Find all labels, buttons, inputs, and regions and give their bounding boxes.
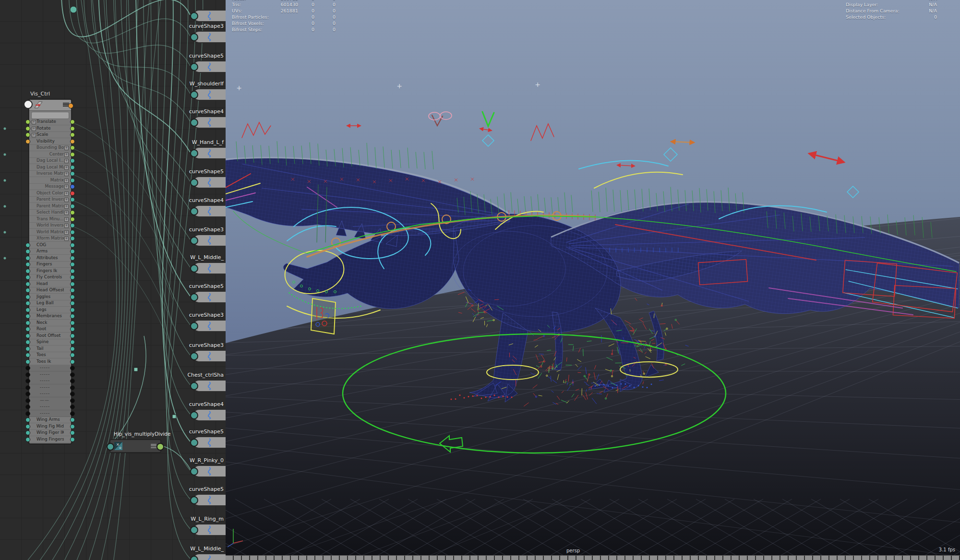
attribute-row[interactable]: COG bbox=[29, 242, 71, 249]
attribute-row[interactable]: +Matrix bbox=[29, 177, 71, 184]
multiply-divide-node[interactable]: × ÷ bbox=[109, 439, 161, 453]
attribute-port[interactable] bbox=[70, 256, 75, 261]
attribute-port[interactable] bbox=[70, 411, 75, 416]
attribute-port[interactable] bbox=[70, 275, 75, 280]
curve-shape-stub-node[interactable] bbox=[193, 60, 226, 73]
attribute-port[interactable] bbox=[25, 411, 30, 416]
attribute-port[interactable] bbox=[25, 405, 30, 409]
attribute-port[interactable] bbox=[70, 171, 75, 176]
curve-shape-stub-node[interactable] bbox=[193, 147, 226, 159]
attribute-row[interactable]: Fingers bbox=[29, 261, 71, 268]
attribute-row[interactable]: Spine bbox=[29, 339, 71, 346]
attribute-port[interactable] bbox=[70, 126, 75, 131]
attribute-port[interactable] bbox=[70, 340, 75, 345]
attribute-port[interactable] bbox=[25, 334, 30, 338]
node-output-port[interactable] bbox=[68, 103, 73, 108]
attribute-port[interactable] bbox=[25, 385, 30, 390]
attribute-port[interactable] bbox=[25, 132, 30, 137]
expand-icon[interactable]: + bbox=[64, 166, 69, 170]
attribute-row[interactable]: Wing Fingers bbox=[29, 436, 71, 443]
attribute-row[interactable]: Fly Controls bbox=[29, 274, 71, 281]
attribute-port[interactable] bbox=[70, 191, 75, 196]
attribute-port[interactable] bbox=[25, 346, 30, 351]
attribute-port[interactable] bbox=[25, 366, 30, 370]
expand-icon[interactable]: + bbox=[64, 146, 69, 150]
expand-icon[interactable]: + bbox=[64, 224, 69, 228]
attribute-row[interactable]: Fingers Ik bbox=[29, 268, 71, 274]
expand-icon[interactable]: + bbox=[64, 179, 69, 183]
expand-icon[interactable]: + bbox=[32, 127, 36, 131]
curve-shape-stub-node[interactable] bbox=[193, 234, 226, 247]
attribute-port[interactable] bbox=[70, 417, 75, 422]
curve-shape-stub-node[interactable] bbox=[193, 31, 226, 43]
input-port[interactable] bbox=[190, 293, 198, 301]
input-port[interactable] bbox=[190, 467, 198, 476]
attribute-port[interactable] bbox=[70, 132, 75, 137]
attribute-row-visibility[interactable]: Visibility bbox=[29, 138, 71, 145]
attribute-port[interactable] bbox=[25, 430, 30, 435]
input-port[interactable] bbox=[190, 556, 198, 560]
attribute-port[interactable] bbox=[70, 204, 75, 209]
attribute-port[interactable] bbox=[25, 340, 30, 345]
attribute-port[interactable] bbox=[25, 119, 30, 124]
attribute-row[interactable]: Wing Figer IK bbox=[29, 429, 71, 436]
attribute-port[interactable] bbox=[25, 353, 30, 357]
curve-shape-stub-node[interactable] bbox=[193, 116, 226, 129]
attribute-port[interactable] bbox=[25, 288, 30, 293]
attribute-row[interactable]: Head Offsest bbox=[29, 287, 71, 294]
attribute-row[interactable]: Attributes bbox=[29, 255, 71, 262]
attribute-port[interactable] bbox=[70, 210, 75, 215]
input-port[interactable] bbox=[190, 496, 198, 504]
attribute-port[interactable] bbox=[70, 372, 75, 377]
node-filter-field[interactable] bbox=[31, 112, 69, 119]
attribute-row[interactable]: Membranes bbox=[29, 313, 71, 320]
attribute-port[interactable] bbox=[70, 243, 75, 248]
attribute-port[interactable] bbox=[70, 334, 75, 338]
expand-icon[interactable]: + bbox=[64, 191, 69, 196]
attribute-port[interactable] bbox=[70, 165, 75, 170]
expand-icon[interactable]: + bbox=[64, 198, 69, 202]
attribute-port[interactable] bbox=[70, 145, 75, 150]
unconnected-attribute-row[interactable]: ----- bbox=[29, 404, 71, 410]
input-port[interactable] bbox=[190, 119, 198, 127]
attribute-row[interactable]: +Dag Local Matrix bbox=[29, 164, 71, 171]
attribute-port[interactable] bbox=[25, 282, 30, 286]
unconnected-attribute-row[interactable]: —— bbox=[29, 397, 71, 404]
input-port[interactable] bbox=[190, 149, 198, 157]
time-slider-edge[interactable] bbox=[226, 555, 960, 560]
attribute-row[interactable]: +Xform Matrix bbox=[29, 235, 71, 242]
attribute-row[interactable]: Legs bbox=[29, 307, 71, 313]
attribute-port[interactable] bbox=[70, 353, 75, 357]
unconnected-attribute-row[interactable]: ----- bbox=[29, 365, 71, 371]
viewport-scene[interactable]: +++ bbox=[226, 0, 960, 560]
input-port[interactable] bbox=[190, 63, 198, 71]
attribute-port[interactable] bbox=[25, 262, 30, 267]
input-port[interactable] bbox=[190, 322, 198, 330]
input-port[interactable] bbox=[190, 526, 198, 534]
unconnected-attribute-row[interactable]: ----- bbox=[29, 371, 71, 378]
attribute-row[interactable]: +Message bbox=[29, 183, 71, 190]
attribute-row[interactable]: Leg Ball bbox=[29, 300, 71, 307]
attribute-port[interactable] bbox=[70, 359, 75, 364]
attribute-port[interactable] bbox=[70, 392, 75, 396]
attribute-row[interactable]: Toes bbox=[29, 352, 71, 358]
curve-shape-stub-node[interactable] bbox=[193, 88, 226, 101]
attribute-port[interactable] bbox=[70, 385, 75, 390]
unconnected-attribute-row[interactable]: ----- bbox=[29, 384, 71, 391]
attribute-port[interactable] bbox=[70, 230, 75, 235]
attribute-port[interactable] bbox=[70, 301, 75, 306]
expand-icon[interactable]: + bbox=[64, 159, 69, 163]
attribute-row[interactable]: +Select Handle bbox=[29, 209, 71, 216]
input-port[interactable] bbox=[190, 237, 198, 245]
attribute-row[interactable]: +Bounding Box bbox=[29, 144, 71, 151]
expand-icon[interactable]: + bbox=[64, 153, 69, 157]
attribute-port[interactable] bbox=[25, 424, 30, 429]
expand-icon[interactable]: + bbox=[64, 185, 69, 189]
attribute-row[interactable]: Root Offset bbox=[29, 333, 71, 339]
attribute-row[interactable]: Neck bbox=[29, 320, 71, 326]
attribute-port[interactable] bbox=[70, 405, 75, 409]
attribute-port[interactable] bbox=[70, 217, 75, 222]
attribute-row-rotate[interactable]: +Rotate bbox=[29, 125, 71, 132]
attribute-port[interactable] bbox=[70, 398, 75, 403]
curve-shape-stub-node[interactable] bbox=[193, 409, 226, 421]
